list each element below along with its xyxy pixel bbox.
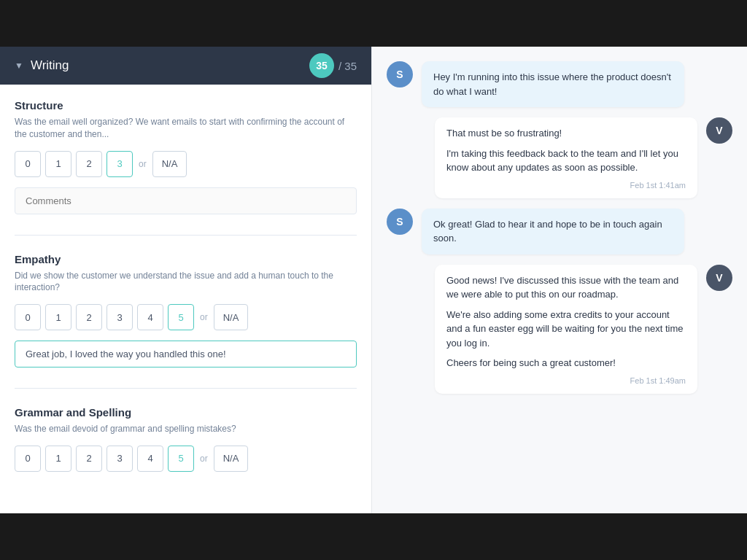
message-row-3: S Ok great! Glad to hear it and hope to … [387, 209, 732, 254]
score-badge: 35 [309, 53, 334, 78]
or-label-structure: or [139, 159, 147, 169]
message-row-4: V Good news! I've discussed this issue w… [387, 265, 732, 394]
section-structure: Structure Was the email well organized? … [15, 99, 357, 214]
bubble-text-2b: I'm taking this feedback back to the tea… [446, 147, 686, 175]
rating-row-empathy: 0 1 2 3 4 5 or N/A [15, 304, 357, 330]
section-desc-grammar: Was the email devoid of grammar and spel… [15, 423, 357, 435]
rating-btn-empathy-1[interactable]: 1 [45, 304, 71, 330]
rating-btn-structure-1[interactable]: 1 [45, 151, 71, 177]
left-panel: ▼ Writing 35 / 35 Structure Was the emai… [0, 47, 372, 513]
bubble-1: Hey I'm running into this issue where th… [422, 61, 684, 107]
section-desc-empathy: Did we show the customer we understand t… [15, 270, 357, 295]
na-btn-grammar[interactable]: N/A [214, 446, 249, 472]
rating-btn-grammar-1[interactable]: 1 [45, 446, 71, 472]
bubble-text-2a: That must be so frustrating! [446, 126, 686, 141]
rating-btn-grammar-3[interactable]: 3 [107, 446, 133, 472]
score-total: / 35 [338, 60, 357, 72]
divider-1 [15, 235, 357, 236]
bubble-2: That must be so frustrating! I'm taking … [435, 117, 697, 198]
main-container: ▼ Writing 35 / 35 Structure Was the emai… [0, 47, 747, 513]
section-empathy: Empathy Did we show the customer we unde… [15, 253, 357, 368]
comment-input-empathy[interactable] [15, 341, 357, 368]
or-label-grammar: or [200, 454, 208, 464]
na-btn-structure[interactable]: N/A [152, 151, 187, 177]
rating-row-grammar: 0 1 2 3 4 5 or N/A [15, 446, 357, 472]
avatar-s-3: S [387, 209, 413, 235]
bubble-4: Good news! I've discussed this issue wit… [435, 265, 697, 394]
bubble-text-1: Hey I'm running into this issue where th… [433, 70, 673, 98]
or-label-empathy: or [200, 312, 208, 322]
bubble-time-4: Feb 1st 1:49am [446, 376, 686, 385]
chevron-icon: ▼ [15, 61, 23, 71]
rating-btn-grammar-4[interactable]: 4 [137, 446, 163, 472]
score-area: 35 / 35 [309, 53, 357, 78]
rating-btn-structure-0[interactable]: 0 [15, 151, 41, 177]
bubble-text-4a: Good news! I've discussed this issue wit… [446, 273, 686, 302]
rating-btn-grammar-2[interactable]: 2 [76, 446, 102, 472]
panel-title: Writing [31, 58, 69, 73]
rating-btn-empathy-5[interactable]: 5 [168, 304, 194, 330]
avatar-v-2: V [706, 117, 732, 144]
rating-row-structure: 0 1 2 3 or N/A [15, 151, 357, 177]
bubble-text-4c: Cheers for being such a great customer! [446, 356, 686, 370]
rating-btn-structure-2[interactable]: 2 [76, 151, 102, 177]
section-title-structure: Structure [15, 99, 357, 112]
bubble-time-2: Feb 1st 1:41am [446, 181, 686, 190]
avatar-v-4: V [706, 265, 732, 291]
comment-input-structure[interactable] [15, 187, 357, 214]
message-row-2: V That must be so frustrating! I'm takin… [387, 117, 732, 198]
rating-btn-structure-3[interactable]: 3 [107, 151, 133, 177]
rating-btn-empathy-4[interactable]: 4 [137, 304, 163, 330]
bubble-text-3: Ok great! Glad to hear it and hope to be… [433, 217, 673, 246]
section-desc-structure: Was the email well organized? We want em… [15, 116, 357, 141]
right-panel: S Hey I'm running into this issue where … [372, 47, 747, 513]
panel-header-left: ▼ Writing [15, 58, 69, 73]
rating-btn-empathy-2[interactable]: 2 [76, 304, 102, 330]
rating-btn-grammar-5[interactable]: 5 [168, 446, 194, 472]
avatar-s-1: S [387, 61, 413, 88]
section-title-grammar: Grammar and Spelling [15, 406, 357, 419]
rating-btn-grammar-0[interactable]: 0 [15, 446, 41, 472]
divider-2 [15, 388, 357, 389]
message-row-1: S Hey I'm running into this issue where … [387, 61, 732, 107]
panel-header: ▼ Writing 35 / 35 [0, 47, 371, 85]
panel-content: Structure Was the email well organized? … [0, 85, 371, 513]
rating-btn-empathy-0[interactable]: 0 [15, 304, 41, 330]
bubble-text-4b: We're also adding some extra credits to … [446, 308, 686, 351]
rating-btn-empathy-3[interactable]: 3 [107, 304, 133, 330]
bubble-3: Ok great! Glad to hear it and hope to be… [422, 209, 684, 254]
section-title-empathy: Empathy [15, 253, 357, 265]
na-btn-empathy[interactable]: N/A [214, 304, 249, 330]
section-grammar: Grammar and Spelling Was the email devoi… [15, 406, 357, 472]
